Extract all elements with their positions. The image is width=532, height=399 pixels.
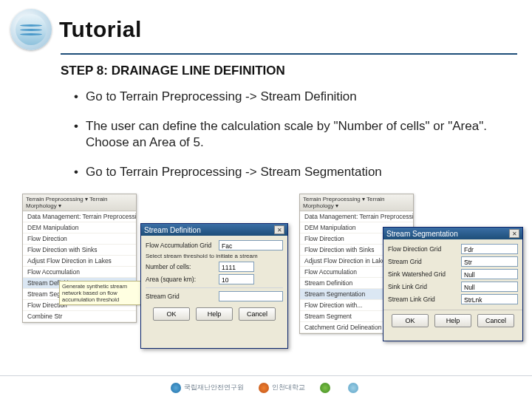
help-button[interactable]: Help xyxy=(196,307,233,321)
step-title: STEP 8: DRAINAGE LINE DEFINITION xyxy=(61,64,532,78)
footer-logo-2: 인천대학교 xyxy=(259,383,305,393)
menu-item[interactable]: Data Management: Terrain Preprocessing xyxy=(300,211,413,222)
close-icon[interactable]: ✕ xyxy=(509,229,519,238)
stream-segmentation-dialog: Stream Segmentation ✕ Flow Direction Gri… xyxy=(383,227,523,341)
field-label: Stream Grid xyxy=(388,258,458,265)
menu-item[interactable]: Combine Str xyxy=(23,311,136,322)
threshold-label: Select stream threshold to initiate a st… xyxy=(146,253,283,259)
ok-button[interactable]: OK xyxy=(392,314,429,327)
logo-icon xyxy=(10,9,52,50)
field-label: Stream Link Grid xyxy=(388,296,458,303)
field-input[interactable]: Null xyxy=(461,282,518,292)
screenshot-area: Terrain Preprocessing ▾ Terrain Morpholo… xyxy=(0,194,532,356)
menu-toolbar[interactable]: Terrain Preprocessing ▾ Terrain Morpholo… xyxy=(300,194,413,211)
num-cells-label: Number of cells: xyxy=(146,263,216,270)
stream-grid-input[interactable] xyxy=(219,291,283,301)
menu-toolbar[interactable]: Terrain Preprocessing ▾ Terrain Morpholo… xyxy=(23,194,136,211)
stream-definition-dialog: Stream Definition ✕ Flow Accumulation Gr… xyxy=(140,223,288,349)
menu-item[interactable]: DEM Manipulation xyxy=(23,222,136,233)
slide-title: Tutorial xyxy=(59,17,142,42)
close-icon[interactable]: ✕ xyxy=(274,225,284,234)
title-underline xyxy=(61,53,517,55)
flow-acc-label: Flow Accumulation Grid xyxy=(146,242,216,249)
dialog-title: Stream Segmentation xyxy=(386,230,458,238)
footer-logo-4 xyxy=(348,383,361,393)
flow-acc-input[interactable]: Fac xyxy=(219,240,283,250)
field-input[interactable]: Str xyxy=(461,256,518,267)
dialog-titlebar: Stream Segmentation ✕ xyxy=(383,228,522,239)
area-label: Area (square km): xyxy=(146,276,216,283)
ok-button[interactable]: OK xyxy=(153,307,190,321)
menu-item[interactable]: Data Management: Terrain Preprocessing xyxy=(23,211,136,222)
footer-logo-1: 국립재난안전연구원 xyxy=(171,383,244,393)
dialog-title: Stream Definition xyxy=(144,226,201,234)
field-label: Flow Direction Grid xyxy=(388,245,458,253)
menu-item[interactable]: Flow Direction with Sinks xyxy=(23,245,136,256)
num-cells-input[interactable]: 1111 xyxy=(219,262,254,272)
bullet-item: Go to Terrain Preprocessing -> Stream Se… xyxy=(74,164,502,180)
field-input[interactable]: Null xyxy=(461,269,518,279)
stream-definition-tooltip: Generate synthetic stream network based … xyxy=(59,281,144,305)
field-input[interactable]: StrLnk xyxy=(461,294,518,304)
menu-item[interactable]: Flow Direction xyxy=(23,233,136,245)
cancel-button[interactable]: Cancel xyxy=(477,314,514,327)
menu-item[interactable]: Flow Accumulation xyxy=(23,267,136,278)
stream-grid-label: Stream Grid xyxy=(146,293,216,300)
bullet-list: Go to Terrain Preprocessing -> Stream De… xyxy=(74,89,502,180)
slide-header: Tutorial xyxy=(0,0,532,53)
menu-item[interactable]: Adjust Flow Direction in Lakes xyxy=(23,256,136,267)
help-button[interactable]: Help xyxy=(434,314,471,327)
area-input[interactable]: 10 xyxy=(219,274,254,284)
cancel-button[interactable]: Cancel xyxy=(239,307,276,321)
field-label: Sink Watershed Grid xyxy=(388,270,458,278)
field-label: Sink Link Grid xyxy=(388,283,458,290)
bullet-item: Go to Terrain Preprocessing -> Stream De… xyxy=(74,89,502,105)
dialog-titlebar: Stream Definition ✕ xyxy=(141,224,287,236)
footer-logo-3 xyxy=(320,383,333,393)
bullet-item: The user can define the calculation scal… xyxy=(74,118,502,151)
footer: 국립재난안전연구원 인천대학교 xyxy=(0,375,532,399)
field-input[interactable]: Fdr xyxy=(461,244,518,254)
